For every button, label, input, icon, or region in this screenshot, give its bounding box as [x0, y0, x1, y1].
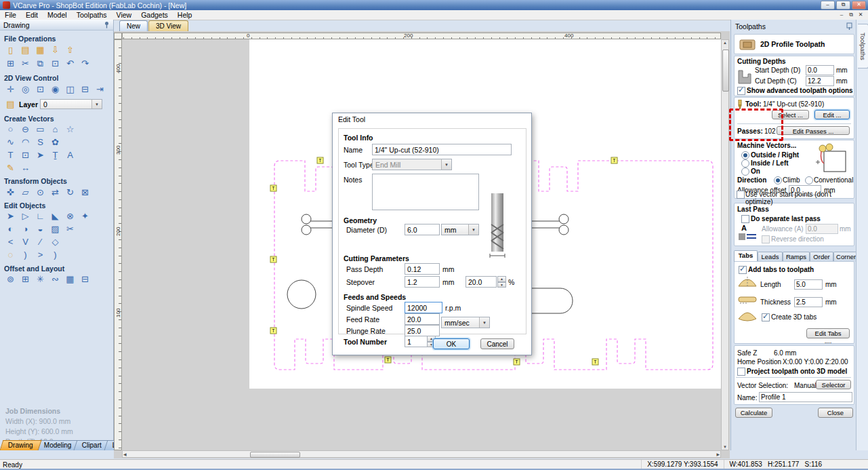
job-setup-icon[interactable]: ⊞	[4, 58, 17, 69]
project-toolpath-checkbox[interactable]	[737, 368, 745, 376]
menu-edit[interactable]: Edit	[21, 10, 43, 20]
pin-icon[interactable]	[104, 21, 110, 28]
rate-units-select[interactable]: mm/sec▼	[441, 317, 490, 328]
start-depth-input[interactable]	[806, 65, 834, 75]
new-file-icon[interactable]: ▯	[4, 44, 17, 56]
switch-3d-view-icon[interactable]: ⇥	[94, 83, 106, 95]
select-tool-icon[interactable]: ➤	[4, 210, 17, 222]
draw-curve-icon[interactable]: S	[34, 136, 47, 148]
save-file-icon[interactable]: ▦	[34, 44, 47, 56]
tab-leads[interactable]: Leads	[758, 252, 783, 262]
draw-spiral-icon[interactable]: ✿	[49, 136, 62, 148]
snap-icon[interactable]: ✦	[79, 210, 91, 222]
zoom-box-icon[interactable]: ⊡	[34, 83, 47, 95]
horizontal-scroll-thumb[interactable]	[250, 452, 300, 458]
text-spacing-icon[interactable]: A	[64, 149, 77, 161]
last-pass-allowance-input[interactable]	[806, 224, 838, 234]
vertical-scroll-thumb[interactable]	[722, 50, 729, 92]
draw-star-icon[interactable]: ☆	[64, 123, 77, 135]
dimension-icon[interactable]: ↔	[19, 162, 32, 174]
undo-icon[interactable]: ↶	[64, 58, 77, 69]
circular-copy-icon[interactable]: ✳	[34, 273, 47, 285]
arc-fit-2-icon[interactable]: >	[34, 249, 47, 260]
offset-vectors-icon[interactable]: ⊚	[4, 273, 17, 285]
arc-fit-1-icon[interactable]: )	[19, 249, 32, 260]
tool-number-input[interactable]	[405, 336, 428, 347]
draw-polyline-icon[interactable]: ∿	[4, 136, 17, 148]
node-edit-icon[interactable]: ▷	[19, 210, 32, 222]
minimize-icon[interactable]: –	[821, 1, 835, 9]
overlap-vectors-icon[interactable]: ◒	[34, 223, 47, 235]
outside-right-radio[interactable]	[741, 151, 749, 159]
cut-depth-input[interactable]	[806, 76, 834, 86]
vector-texture-icon[interactable]: ✎	[4, 162, 17, 174]
panel-pin-icon[interactable]	[846, 22, 852, 30]
hatch-icon[interactable]: ▨	[49, 223, 62, 235]
text-on-curve-icon[interactable]: Ṯ	[49, 149, 62, 161]
scissors-icon[interactable]: ✂	[64, 223, 77, 235]
weld-vectors-icon[interactable]: ◐	[4, 223, 17, 235]
conventional-radio[interactable]	[805, 176, 813, 184]
scroll-down-icon[interactable]: ▼	[722, 445, 728, 449]
layer-select[interactable]: 0▼	[40, 99, 102, 109]
tab-modeling[interactable]: Modeling	[35, 440, 79, 450]
redo-icon[interactable]: ↷	[79, 58, 91, 69]
restore-icon[interactable]: ⧉	[836, 1, 850, 9]
inside-left-radio[interactable]	[741, 159, 749, 168]
doc-minimize-icon[interactable]: –	[837, 12, 846, 18]
units-select[interactable]: mm▼	[441, 224, 479, 235]
copy-icon[interactable]: ⧉	[34, 58, 47, 69]
draw-text-box-icon[interactable]: ⊡	[19, 149, 32, 161]
cancel-button[interactable]: Cancel	[480, 338, 514, 349]
open-file-icon[interactable]: ▤	[19, 44, 32, 56]
tab-length-input[interactable]	[794, 279, 823, 290]
tab-tabs[interactable]: Tabs	[734, 250, 758, 262]
draw-circle-icon[interactable]: ○	[4, 123, 17, 135]
arc-fit-3-icon[interactable]: )	[49, 249, 62, 260]
toolpaths-side-tab[interactable]: Toolpaths	[858, 24, 868, 68]
tool-type-select[interactable]: End Mill▼	[372, 159, 452, 170]
layout-grid-icon[interactable]: ⊟	[79, 273, 91, 285]
array-copy-icon[interactable]: ⊞	[19, 273, 32, 285]
mirror-icon[interactable]: ⇄	[49, 187, 62, 198]
menu-file[interactable]: File	[0, 10, 21, 20]
nesting-icon[interactable]: ▦	[64, 273, 77, 285]
align-objects-icon[interactable]: ⊠	[79, 187, 91, 198]
tab-3d-view[interactable]: 3D View	[148, 20, 188, 31]
climb-radio[interactable]	[774, 176, 782, 184]
close-vector-icon[interactable]: ◇	[49, 236, 62, 248]
scroll-right-icon[interactable]: ▶	[716, 452, 720, 456]
spindle-speed-input[interactable]	[405, 302, 442, 313]
copy-along-vector-icon[interactable]: ∾	[49, 273, 62, 285]
advanced-options-checkbox[interactable]	[737, 87, 745, 95]
edit-corner-icon[interactable]: <	[4, 236, 17, 248]
feed-rate-input[interactable]	[405, 313, 440, 325]
doc-restore-icon[interactable]: ⧉	[846, 12, 856, 18]
tile-view-icon[interactable]: ⊟	[79, 83, 91, 95]
draw-ellipse-icon[interactable]: ⊖	[19, 123, 32, 135]
set-size-icon[interactable]: ▱	[19, 187, 32, 198]
horizontal-scrollbar[interactable]: ◀ ▶	[122, 450, 721, 458]
menu-view[interactable]: View	[112, 10, 137, 20]
draw-polygon-icon[interactable]: ⌂	[49, 123, 62, 135]
close-panel-button[interactable]: Close	[818, 408, 853, 418]
plunge-rate-input[interactable]	[405, 325, 440, 336]
move-to-position-icon[interactable]: ⊙	[34, 187, 47, 198]
pass-depth-input[interactable]	[405, 263, 440, 275]
zoom-interactive-icon[interactable]: ◎	[19, 83, 32, 95]
scroll-left-icon[interactable]: ◀	[123, 452, 127, 456]
notes-textarea[interactable]	[372, 174, 479, 210]
draw-arc-icon[interactable]: ◠	[19, 136, 32, 148]
node-v-icon[interactable]: V	[19, 236, 32, 248]
pan-view-icon[interactable]: ✛	[4, 83, 17, 95]
create-3d-tabs-checkbox[interactable]	[762, 313, 770, 321]
tab-thickness-input[interactable]	[794, 297, 823, 307]
extend-vector-icon[interactable]: ∕	[34, 236, 47, 248]
ok-button[interactable]: OK	[433, 338, 470, 349]
fillet-icon[interactable]: ◣	[49, 210, 62, 222]
menu-model[interactable]: Model	[43, 10, 72, 20]
vertical-scrollbar[interactable]: ▲ ▼	[721, 39, 729, 450]
edit-passes-button[interactable]: Edit Passes ...	[777, 126, 850, 135]
stepover-percent-spinner[interactable]: ▲▼	[497, 276, 506, 288]
toolpath-name-input[interactable]	[759, 392, 852, 402]
